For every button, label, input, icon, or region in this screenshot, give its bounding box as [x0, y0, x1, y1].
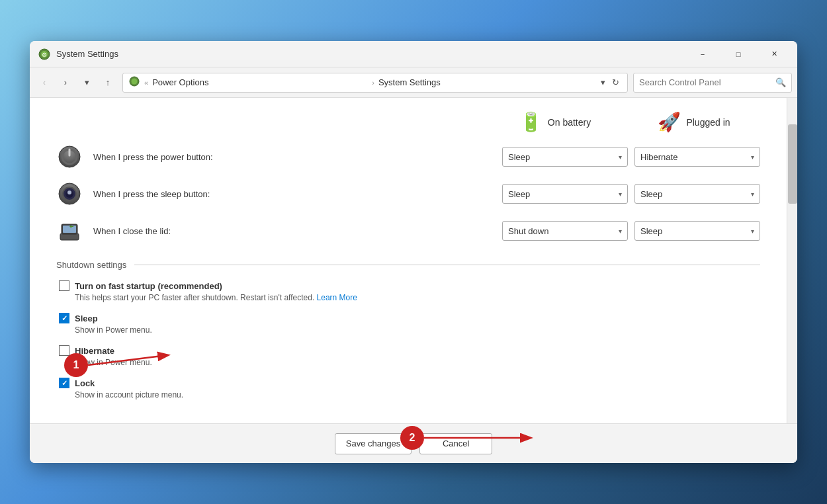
close-button[interactable]: ✕: [759, 44, 789, 65]
svg-text:⚙: ⚙: [42, 52, 47, 58]
address-icon: [128, 75, 140, 89]
dropdown-arrow: ▾: [751, 153, 754, 161]
sleep-checkbox[interactable]: [59, 313, 69, 323]
fast-startup-desc: This helps start your PC faster after sh…: [59, 293, 760, 302]
battery-icon: 🔋: [519, 111, 543, 133]
window-title: System Settings: [56, 49, 687, 59]
search-input[interactable]: [639, 77, 773, 87]
back-button[interactable]: ‹: [35, 73, 54, 92]
lid-battery-dropdown[interactable]: Shut down ▾: [502, 221, 628, 241]
annotation-arrow-1: [88, 352, 174, 378]
fast-startup-row: Turn on fast startup (recommended): [59, 280, 760, 291]
column-headers: 🔋 On battery 🚀 Plugged in: [56, 111, 760, 133]
svg-rect-14: [63, 226, 76, 233]
svg-point-4: [132, 79, 138, 85]
sleep-row: Sleep: [59, 313, 760, 323]
lid-icon: [56, 218, 83, 244]
lock-desc: Show in account picture menu.: [59, 390, 760, 399]
sleep-button-icon: [56, 181, 83, 207]
lid-plugged-value: Sleep: [640, 226, 662, 236]
search-bar: 🔍: [633, 73, 792, 93]
lock-checkbox[interactable]: [59, 378, 69, 388]
address-bar: « Power Options › System Settings ▾ ↻: [122, 73, 628, 93]
sleep-item: Sleep Show in Power menu.: [56, 313, 760, 335]
dropdown-arrow: ▾: [619, 190, 622, 198]
window-controls: − □ ✕: [687, 44, 789, 65]
lock-row: Lock: [59, 378, 760, 388]
sleep-plugged-dropdown[interactable]: Sleep ▾: [634, 184, 760, 204]
annotation-2-group: 2: [400, 426, 543, 450]
power-button-label: When I press the power button:: [93, 152, 492, 162]
title-bar: ⚙ System Settings − □ ✕: [30, 41, 797, 67]
power-plugged-dropdown[interactable]: Hibernate ▾: [634, 147, 760, 167]
svg-line-17: [88, 355, 167, 365]
annotation-1-group: 1: [64, 352, 174, 378]
on-battery-label: On battery: [548, 117, 591, 128]
power-plugged-value: Hibernate: [640, 152, 677, 162]
app-icon: ⚙: [38, 48, 51, 61]
shutdown-section-label: Shutdown settings: [56, 260, 126, 270]
scrollbar-thumb[interactable]: [788, 124, 797, 204]
nav-bar: ‹ › ▾ ↑ « Power Options › System Setting…: [30, 67, 797, 98]
sleep-battery-value: Sleep: [508, 189, 530, 199]
shutdown-divider: Shutdown settings: [56, 260, 760, 270]
breadcrumb-path1[interactable]: Power Options: [152, 77, 368, 87]
breadcrumb-path2[interactable]: System Settings: [378, 77, 594, 87]
up-button[interactable]: ↑: [99, 73, 117, 92]
fast-startup-item: Turn on fast startup (recommended) This …: [56, 280, 760, 302]
address-actions: ▾ ↻: [598, 76, 622, 89]
power-button-row: When I press the power button: Sleep ▾ H…: [56, 144, 760, 170]
plugged-in-header: 🚀 Plugged in: [628, 111, 760, 133]
plugged-icon: 🚀: [658, 111, 681, 133]
sleep-button-controls: Sleep ▾ Sleep ▾: [502, 184, 760, 204]
fast-startup-checkbox[interactable]: [59, 280, 69, 291]
lid-plugged-dropdown[interactable]: Sleep ▾: [634, 221, 760, 241]
lid-label: When I close the lid:: [93, 226, 492, 236]
dropdown-button[interactable]: ▾: [77, 73, 96, 92]
sleep-battery-dropdown[interactable]: Sleep ▾: [502, 184, 628, 204]
sleep-button-row: When I press the sleep button: Sleep ▾ S…: [56, 181, 760, 207]
power-battery-value: Sleep: [508, 152, 530, 162]
learn-more-link[interactable]: Learn More: [317, 293, 357, 302]
sleep-button-label: When I press the sleep button:: [93, 189, 492, 199]
search-icon: 🔍: [775, 77, 786, 87]
on-battery-header: 🔋 On battery: [489, 111, 621, 133]
annotation-circle-1: 1: [64, 353, 88, 377]
minimize-button[interactable]: −: [687, 44, 718, 65]
lid-row: When I close the lid: Shut down ▾ Sleep …: [56, 218, 760, 244]
forward-button[interactable]: ›: [56, 73, 75, 92]
fast-startup-label: Turn on fast startup (recommended): [75, 281, 222, 291]
dropdown-arrow: ▾: [619, 153, 622, 161]
svg-point-11: [67, 190, 71, 194]
path-arrow: ›: [372, 79, 374, 87]
system-settings-window: ⚙ System Settings − □ ✕ ‹ › ▾ ↑ « Power …: [30, 41, 797, 463]
maximize-button[interactable]: □: [723, 44, 754, 65]
breadcrumb-sep: «: [144, 79, 148, 87]
lid-battery-value: Shut down: [508, 226, 548, 236]
annotation-circle-2: 2: [400, 426, 424, 450]
power-battery-dropdown[interactable]: Sleep ▾: [502, 147, 628, 167]
dropdown-arrow: ▾: [751, 228, 754, 235]
sleep-plugged-value: Sleep: [640, 189, 662, 199]
annotation-arrow-2: [424, 428, 543, 448]
power-button-controls: Sleep ▾ Hibernate ▾: [502, 147, 760, 167]
dropdown-arrow: ▾: [619, 228, 622, 235]
refresh-button[interactable]: ↻: [609, 76, 622, 89]
address-dropdown-button[interactable]: ▾: [598, 76, 608, 89]
lock-item: Lock Show in account picture menu.: [56, 378, 760, 399]
dropdown-arrow: ▾: [751, 190, 754, 198]
power-button-icon: [56, 144, 83, 170]
plugged-in-label: Plugged in: [686, 117, 730, 128]
divider-line: [134, 265, 760, 265]
lid-controls: Shut down ▾ Sleep ▾: [502, 221, 760, 241]
lock-label: Lock: [75, 378, 95, 388]
sleep-label: Sleep: [75, 314, 98, 323]
scrollbar[interactable]: [787, 98, 797, 423]
sleep-desc: Show in Power menu.: [59, 325, 760, 335]
